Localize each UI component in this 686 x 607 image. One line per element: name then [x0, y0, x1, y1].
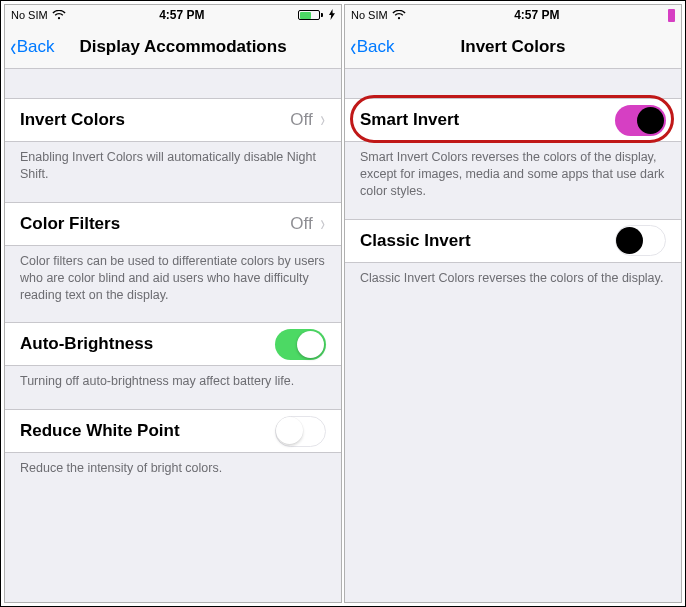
- row-invert-colors[interactable]: Invert Colors Off ›: [5, 98, 341, 142]
- toggle-smart-invert[interactable]: [615, 105, 666, 136]
- page-title: Invert Colors: [345, 37, 681, 57]
- row-status: Off: [290, 214, 312, 234]
- row-auto-brightness: Auto-Brightness: [5, 322, 341, 366]
- footer-auto-brightness: Turning off auto-brightness may affect b…: [5, 366, 341, 410]
- chevron-right-icon: ›: [320, 109, 324, 131]
- row-status: Off: [290, 110, 312, 130]
- back-label: Back: [17, 37, 55, 57]
- row-label: Color Filters: [20, 214, 290, 234]
- battery-icon: [298, 10, 323, 20]
- back-button[interactable]: ‹ Back: [345, 34, 394, 60]
- screenshot-pair: No SIM 4:57 PM ‹ Back Displa: [0, 0, 686, 607]
- carrier-text: No SIM: [351, 9, 388, 21]
- settings-list: Smart Invert Smart Invert Colors reverse…: [345, 69, 681, 602]
- nav-bar: ‹ Back Invert Colors: [345, 25, 681, 69]
- wifi-icon: [52, 10, 66, 20]
- row-reduce-white-point: Reduce White Point: [5, 409, 341, 453]
- settings-list: Invert Colors Off › Enabling Invert Colo…: [5, 69, 341, 602]
- row-label: Classic Invert: [360, 231, 615, 251]
- row-classic-invert: Classic Invert: [345, 219, 681, 263]
- status-bar: No SIM 4:57 PM: [345, 5, 681, 25]
- charging-bolt-icon: [329, 9, 335, 22]
- nav-bar: ‹ Back Display Accommodations: [5, 25, 341, 69]
- footer-reduce-white-point: Reduce the intensity of bright colors.: [5, 453, 341, 497]
- phone-display-accommodations: No SIM 4:57 PM ‹ Back Displa: [4, 4, 342, 603]
- back-button[interactable]: ‹ Back: [5, 34, 54, 60]
- toggle-auto-brightness[interactable]: [275, 329, 326, 360]
- row-color-filters[interactable]: Color Filters Off ›: [5, 202, 341, 246]
- status-time: 4:57 PM: [514, 8, 559, 22]
- page-title: Display Accommodations: [5, 37, 341, 57]
- carrier-text: No SIM: [11, 9, 48, 21]
- chevron-left-icon: ‹: [350, 34, 356, 60]
- back-label: Back: [357, 37, 395, 57]
- row-label: Invert Colors: [20, 110, 290, 130]
- toggle-reduce-white-point[interactable]: [275, 416, 326, 447]
- chevron-left-icon: ‹: [10, 34, 16, 60]
- footer-color-filters: Color filters can be used to differentia…: [5, 246, 341, 324]
- chevron-right-icon: ›: [320, 213, 324, 235]
- footer-invert-colors: Enabling Invert Colors will automaticall…: [5, 142, 341, 203]
- footer-classic-invert: Classic Invert Colors reverses the color…: [345, 263, 681, 307]
- row-smart-invert: Smart Invert: [345, 98, 681, 142]
- battery-icon: [668, 9, 675, 22]
- row-label: Auto-Brightness: [20, 334, 275, 354]
- status-bar: No SIM 4:57 PM: [5, 5, 341, 25]
- row-label: Reduce White Point: [20, 421, 275, 441]
- row-label: Smart Invert: [360, 110, 615, 130]
- phone-invert-colors: No SIM 4:57 PM ‹ Back Invert Colors Smar…: [344, 4, 682, 603]
- wifi-icon: [392, 10, 406, 20]
- status-time: 4:57 PM: [159, 8, 204, 22]
- footer-smart-invert: Smart Invert Colors reverses the colors …: [345, 142, 681, 220]
- toggle-classic-invert[interactable]: [615, 225, 666, 256]
